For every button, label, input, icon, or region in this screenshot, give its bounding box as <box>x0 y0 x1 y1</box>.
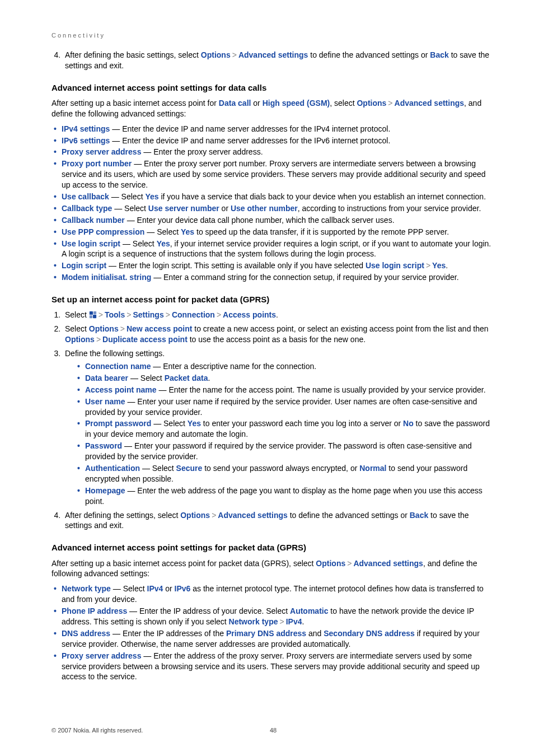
text: to speed up the data transfer, if it is … <box>194 227 449 236</box>
setting-term: Login script <box>62 261 106 270</box>
list-item: Network type — Select IPv4 or IPv6 as th… <box>62 584 495 605</box>
text: to create a new access point, or select … <box>192 324 488 333</box>
svg-rect-0 <box>90 311 93 315</box>
advanced-settings-link[interactable]: Advanced settings <box>395 99 464 108</box>
setting-term: Network type <box>62 584 111 593</box>
text: to define the advanced settings or <box>288 511 410 520</box>
back-link[interactable]: Back <box>430 50 448 59</box>
text: — Enter your device data call phone numb… <box>125 216 395 225</box>
option-value: Yes <box>181 227 194 236</box>
option-value: Yes <box>145 192 158 201</box>
list-item: Phone IP address — Enter the IP address … <box>62 606 495 627</box>
chevron-icon: > <box>231 50 238 59</box>
back-link[interactable]: Back <box>410 511 428 520</box>
option-value: IPv4 <box>147 584 163 593</box>
text: After setting up a basic internet access… <box>51 559 316 568</box>
data-call-link[interactable]: Data call <box>219 99 251 108</box>
text: — Enter a command string for the connect… <box>151 273 458 282</box>
text: — Select <box>109 192 146 201</box>
text: After setting up a basic internet access… <box>51 99 219 108</box>
setting-term: Use PPP compression <box>62 227 144 236</box>
list-item: IPv4 settings — Enter the device IP and … <box>62 124 495 134</box>
text: — Enter a descriptive name for the conne… <box>151 362 316 371</box>
text: — Enter your password if required by the… <box>85 441 472 461</box>
menu-item[interactable]: Tools <box>105 310 125 319</box>
option-value: Automatic <box>290 606 328 615</box>
text: — Enter your user name if required by th… <box>85 397 477 417</box>
chevron-icon: > <box>95 335 102 344</box>
menu-item[interactable]: Connection <box>172 310 215 319</box>
setting-term: User name <box>85 397 125 406</box>
text: . <box>446 261 448 270</box>
text: — Enter the IP addresses of the <box>110 629 226 638</box>
options-link[interactable]: Options <box>65 335 95 344</box>
setting-term: Connection name <box>85 362 151 371</box>
new-access-point-link[interactable]: New access point <box>127 324 193 333</box>
duplicate-access-point-link[interactable]: Duplicate access point <box>102 335 188 344</box>
high-speed-link[interactable]: High speed (GSM) <box>263 99 330 108</box>
advanced-settings-link[interactable]: Advanced settings <box>238 50 308 59</box>
option-value: Network type <box>229 617 278 626</box>
chevron-icon: > <box>164 310 172 319</box>
text: Select <box>65 310 89 319</box>
options-link[interactable]: Options <box>357 99 386 108</box>
setting-term: Phone IP address <box>62 606 127 615</box>
step: Select >Tools>Settings>Connection>Access… <box>63 310 495 320</box>
list-item: Homepage — Enter the web address of the … <box>85 486 495 507</box>
setting-term: Callback number <box>62 216 125 225</box>
option-value: Normal <box>359 464 386 473</box>
setting-term: Homepage <box>85 486 125 495</box>
list-item: Callback type — Select Use server number… <box>62 203 495 214</box>
text: After defining the basic settings, selec… <box>65 50 201 59</box>
option-value: Use login script <box>366 261 424 270</box>
list-item: Authentication — Select Secure to send y… <box>85 463 495 484</box>
setting-term: IPv4 settings <box>62 124 110 133</box>
text: — Enter the web address of the page you … <box>85 486 483 506</box>
list-item: Use PPP compression — Select Yes to spee… <box>62 227 495 237</box>
options-link[interactable]: Options <box>180 511 210 520</box>
list-item: Proxy port number — Enter the proxy serv… <box>62 158 495 190</box>
chevron-icon: > <box>345 559 353 568</box>
svg-rect-2 <box>90 315 92 318</box>
option-value: Yes <box>188 419 201 428</box>
option-value: IPv4 <box>286 617 302 626</box>
option-value: Primary DNS address <box>226 629 306 638</box>
text: if you have a service that dials back to… <box>159 192 486 201</box>
chevron-icon: > <box>278 617 285 626</box>
text: or <box>251 99 262 108</box>
text: — Select <box>111 584 147 593</box>
list-item: Use login script — Select Yes, if your i… <box>62 239 495 260</box>
svg-rect-1 <box>93 311 96 314</box>
options-link[interactable]: Options <box>89 324 119 333</box>
option-value: IPv6 <box>175 584 191 593</box>
setting-term: Use login script <box>62 239 120 248</box>
step: Select Options>New access point to creat… <box>63 324 495 345</box>
option-value: Use server number <box>148 204 219 213</box>
menu-item[interactable]: Settings <box>133 310 163 319</box>
menu-item[interactable]: Access points <box>223 310 276 319</box>
list-item: DNS address — Enter the IP addresses of … <box>62 628 495 650</box>
setting-term: Use callback <box>62 192 109 201</box>
text: . <box>302 617 304 626</box>
setting-term: IPv6 settings <box>62 136 110 145</box>
list-item: Callback number — Enter your device data… <box>62 215 495 226</box>
advanced-settings-link[interactable]: Advanced settings <box>218 511 287 520</box>
text: — Enter the device IP and name server ad… <box>110 136 390 145</box>
breadcrumb: Connectivity <box>51 31 495 40</box>
list-item: Access point name — Enter the name for t… <box>85 385 495 395</box>
advanced-settings-link[interactable]: Advanced settings <box>353 559 423 568</box>
text: — Select <box>144 227 181 236</box>
chevron-icon: > <box>210 511 218 520</box>
options-link[interactable]: Options <box>201 50 231 59</box>
option-value: Secondary DNS address <box>324 629 415 638</box>
intro-paragraph: After setting up a basic internet access… <box>51 558 495 580</box>
options-link[interactable]: Options <box>316 559 345 568</box>
list-item: Proxy server address — Enter the proxy s… <box>62 147 495 157</box>
option-value: Yes <box>157 239 170 248</box>
chevron-icon: > <box>125 310 133 319</box>
option-value: No <box>403 419 414 428</box>
chevron-icon: > <box>97 310 105 319</box>
page-number: 48 <box>270 727 277 734</box>
option-value: Use other number <box>231 204 298 213</box>
text: and <box>306 629 324 638</box>
